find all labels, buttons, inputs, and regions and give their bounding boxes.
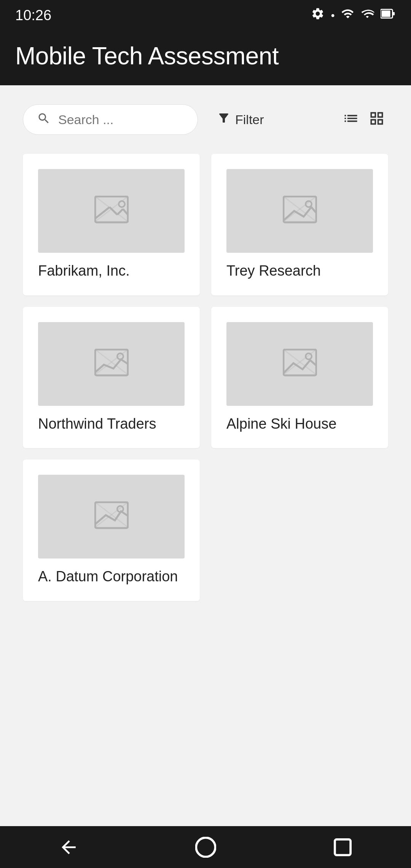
company-thumbnail-fabrikam bbox=[38, 169, 185, 253]
companies-grid: Fabrikam, Inc. Trey Research bbox=[23, 154, 388, 601]
company-card-alpine[interactable]: Alpine Ski House bbox=[211, 307, 388, 448]
home-button[interactable] bbox=[184, 833, 228, 862]
notification-dot-icon: ● bbox=[331, 11, 335, 19]
company-name-fabrikam: Fabrikam, Inc. bbox=[38, 262, 185, 280]
search-box[interactable] bbox=[23, 104, 198, 135]
search-input[interactable] bbox=[58, 112, 184, 127]
company-name-adatum: A. Datum Corporation bbox=[38, 568, 185, 586]
company-thumbnail-trey bbox=[226, 169, 373, 253]
company-name-northwind: Northwind Traders bbox=[38, 415, 185, 433]
bottom-nav bbox=[0, 826, 411, 868]
recent-button[interactable] bbox=[321, 833, 365, 862]
wifi-icon bbox=[341, 7, 355, 24]
page-title: Mobile Tech Assessment bbox=[15, 42, 396, 70]
app-header: Mobile Tech Assessment bbox=[0, 30, 411, 85]
company-card-fabrikam[interactable]: Fabrikam, Inc. bbox=[23, 154, 200, 295]
list-view-button[interactable] bbox=[339, 107, 362, 132]
company-card-trey[interactable]: Trey Research bbox=[211, 154, 388, 295]
filter-label: Filter bbox=[235, 112, 264, 127]
settings-icon bbox=[311, 7, 325, 24]
view-toggle bbox=[339, 107, 388, 132]
svg-rect-28 bbox=[335, 839, 350, 855]
status-bar: 10:26 ● bbox=[0, 0, 411, 30]
status-icons: ● bbox=[311, 7, 396, 24]
company-name-trey: Trey Research bbox=[226, 262, 373, 280]
signal-icon bbox=[361, 7, 374, 24]
svg-rect-2 bbox=[382, 10, 390, 17]
company-card-northwind[interactable]: Northwind Traders bbox=[23, 307, 200, 448]
company-thumbnail-alpine bbox=[226, 322, 373, 406]
grid-view-button[interactable] bbox=[365, 107, 388, 132]
filter-icon bbox=[217, 111, 231, 128]
main-content: Filter bbox=[0, 85, 411, 826]
search-icon bbox=[37, 112, 51, 128]
company-thumbnail-adatum bbox=[38, 475, 185, 558]
svg-point-8 bbox=[119, 201, 125, 207]
battery-icon bbox=[381, 7, 396, 24]
back-button[interactable] bbox=[47, 833, 91, 862]
filter-button[interactable]: Filter bbox=[209, 107, 272, 132]
svg-point-27 bbox=[196, 838, 215, 857]
company-card-adatum[interactable]: A. Datum Corporation bbox=[23, 460, 200, 601]
company-name-alpine: Alpine Ski House bbox=[226, 415, 373, 433]
toolbar: Filter bbox=[23, 104, 388, 135]
status-time: 10:26 bbox=[15, 7, 51, 24]
company-thumbnail-northwind bbox=[38, 322, 185, 406]
svg-rect-1 bbox=[392, 12, 395, 16]
